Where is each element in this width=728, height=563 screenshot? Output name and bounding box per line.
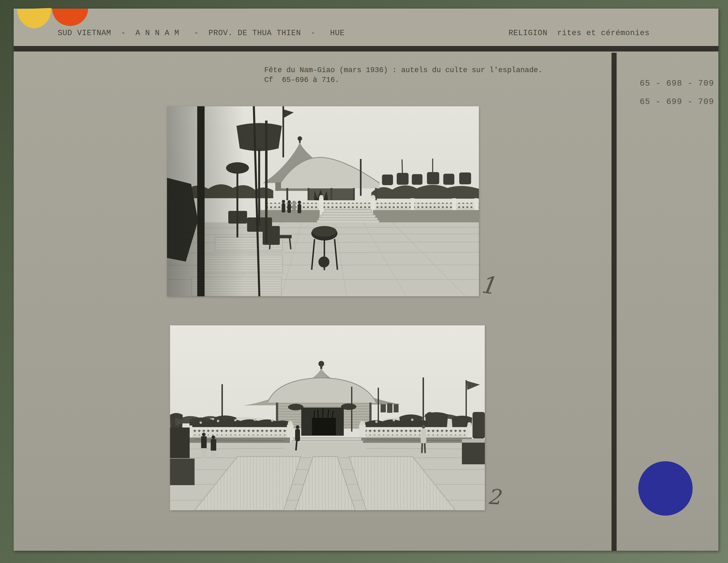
reference-numbers: 65 - 698 - 70965 - 699 - 709 [640, 74, 714, 111]
header-category-title: RELIGION rites et cérémonies [508, 29, 650, 37]
caption-line-2: Cf 65-696 à 716. [264, 76, 339, 84]
vignette [167, 106, 245, 296]
photo-2-handwritten-number: 2 [487, 484, 501, 509]
photo-1-handwritten-number: 1 [479, 270, 497, 300]
header-region-title: SUD VIETNAM - A N N A M - PROV. DE THUA … [58, 29, 345, 37]
album-page-card: SUD VIETNAM - A N N A M - PROV. DE THUA … [14, 9, 718, 551]
divider-vertical [612, 53, 617, 551]
steps [317, 210, 379, 223]
caption-line-1: Fête du Nam-Giao (mars 1936) : autels du… [264, 66, 542, 74]
hanging-cloths [381, 403, 399, 413]
blue-disc-marker [638, 461, 693, 516]
reference-number-1: 65 - 698 - 709 [640, 74, 714, 93]
photo-1 [167, 106, 479, 296]
photo-2 [170, 325, 485, 510]
photo-1-scene [167, 106, 479, 296]
photo-2-scene [170, 325, 485, 510]
photo-caption: Fête du Nam-Giao (mars 1936) : autels du… [264, 65, 542, 85]
divider-horizontal [14, 46, 718, 51]
reference-number-2: 65 - 699 - 709 [640, 93, 714, 111]
header-strip [14, 9, 718, 46]
floor-mats [195, 457, 455, 510]
